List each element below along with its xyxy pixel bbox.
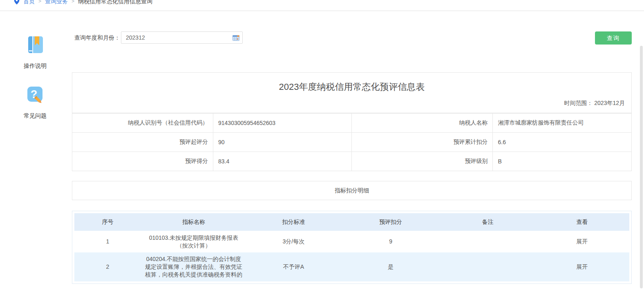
query-period-input[interactable]: [121, 32, 242, 43]
calendar-icon[interactable]: [233, 35, 239, 41]
col-header-remark: 备注: [441, 213, 535, 231]
col-header-indicator: 指标名称: [141, 213, 246, 231]
deduction-detail-table: 序号 指标名称 扣分标准 预评扣分 备注 查看 1 010103.未按规定期限填…: [74, 213, 629, 281]
time-range-label: 时间范围：: [564, 100, 593, 106]
base-score-label: 预评起评分: [72, 133, 213, 152]
sidebar-item-label: 操作说明: [16, 62, 54, 70]
question-pencil-icon: ?: [25, 85, 45, 105]
report-title-box: 2023年度纳税信用常态化预评信息表 时间范围： 2023年12月: [72, 72, 632, 113]
table-row: 纳税人识别号（社会信用代码） 914303005954652603 纳税人名称 …: [72, 114, 632, 133]
table-row: 预评得分 83.4 预评级别 B: [72, 152, 632, 171]
score-value: 83.4: [213, 152, 352, 171]
vertical-scrollbar[interactable]: [640, 46, 643, 288]
score-label: 预评得分: [72, 152, 213, 171]
table-row: 1 010103.未按规定期限填报财务报表（按次计算） 3分/每次 9 展开: [74, 231, 629, 252]
cell-standard: 不予评A: [246, 252, 341, 281]
cell-indicator: 010103.未按规定期限填报财务报表（按次计算）: [141, 231, 246, 252]
deduction-detail-section-title: 指标扣分明细: [72, 181, 632, 200]
taxpayer-name-label: 纳税人名称: [352, 114, 493, 133]
col-header-deduction: 预评扣分: [341, 213, 441, 231]
main-content: 查询年度和月份： 查询 2023年度纳税信用常态化预评信息表: [72, 0, 632, 290]
table-row: 预评起评分 90 预评累计扣分 6.6: [72, 133, 632, 152]
cell-seq: 1: [74, 231, 141, 252]
deduction-detail-table-wrap: 序号 指标名称 扣分标准 预评扣分 备注 查看 1 010103.未按规定期限填…: [72, 211, 632, 284]
query-period-field: [121, 31, 243, 44]
taxpayer-id-label: 纳税人识别号（社会信用代码）: [72, 114, 213, 133]
expand-link[interactable]: 展开: [577, 263, 588, 270]
summary-info-table: 纳税人识别号（社会信用代码） 914303005954652603 纳税人名称 …: [72, 113, 632, 171]
taxpayer-name-value: 湘潭市城廓家纺服饰有限责任公司: [493, 114, 632, 133]
level-label: 预评级别: [352, 152, 493, 171]
table-header-row: 序号 指标名称 扣分标准 预评扣分 备注 查看: [74, 213, 629, 231]
col-header-view: 查看: [535, 213, 629, 231]
cell-seq: 2: [74, 252, 141, 281]
cell-remark: [441, 231, 535, 252]
total-deduction-label: 预评累计扣分: [352, 133, 493, 152]
query-button[interactable]: 查询: [595, 31, 632, 45]
breadcrumb-query-business[interactable]: 查询业务: [45, 0, 68, 5]
total-deduction-value: 6.6: [493, 133, 632, 152]
time-range-value: 2023年12月: [594, 100, 625, 106]
cell-deduction: 9: [341, 231, 441, 252]
sidebar-item-faq[interactable]: ? 常见问题: [16, 85, 54, 120]
breadcrumb-separator: >: [38, 0, 41, 5]
location-pin-icon: [14, 0, 20, 4]
level-value: B: [493, 152, 632, 171]
query-period-label: 查询年度和月份：: [74, 34, 120, 42]
sidebar: 操作说明 ? 常见问题: [16, 35, 54, 120]
col-header-seq: 序号: [74, 213, 141, 231]
breadcrumb-home[interactable]: 首页: [23, 0, 35, 5]
cell-remark: [441, 252, 535, 281]
cell-indicator: 040204.不能按照国家统一的会计制度规定设置账簿，并根据合法、有效凭证核算，…: [141, 252, 246, 281]
sidebar-item-label: 常见问题: [16, 112, 54, 120]
taxpayer-id-value: 914303005954652603: [213, 114, 352, 133]
cell-standard: 3分/每次: [246, 231, 341, 252]
book-icon: [25, 35, 45, 55]
time-range: 时间范围： 2023年12月: [564, 100, 625, 107]
base-score-value: 90: [213, 133, 352, 152]
report-title: 2023年度纳税信用常态化预评信息表: [72, 81, 631, 93]
expand-link[interactable]: 展开: [577, 238, 588, 245]
cell-deduction: 是: [341, 252, 441, 281]
col-header-standard: 扣分标准: [246, 213, 341, 231]
page: 首页 > 查询业务 > 纳税信用常态化信用信息查询 操作说明: [0, 0, 644, 290]
table-row: 2 040204.不能按照国家统一的会计制度规定设置账簿，并根据合法、有效凭证核…: [74, 252, 629, 281]
sidebar-item-operation-guide[interactable]: 操作说明: [16, 35, 54, 70]
